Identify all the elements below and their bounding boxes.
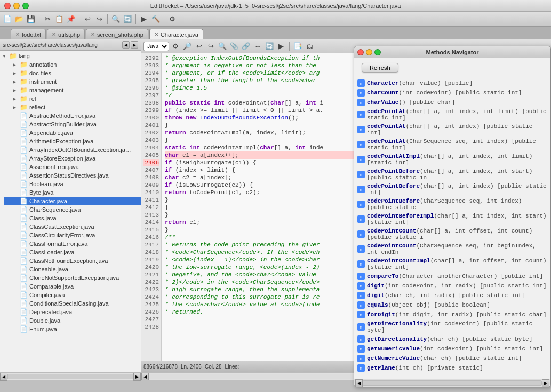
- methods-close-button[interactable]: [357, 49, 364, 55]
- method-item-codePointBefore-1[interactable]: m codePointBefore(char[] a, int index, i…: [354, 167, 550, 182]
- tab-close-character[interactable]: ✕: [154, 31, 158, 37]
- minimize-button[interactable]: [13, 3, 20, 9]
- methods-list[interactable]: m Character(char value) [public] m charC…: [354, 77, 550, 379]
- tab-close-todo[interactable]: ✕: [15, 31, 20, 37]
- tree-item-AbstractMethodError[interactable]: 📄 AbstractMethodError.java: [4, 111, 141, 120]
- method-item-codePointCount-1[interactable]: m codePointCount(char[] a, int offset, i…: [354, 227, 550, 242]
- editor-tool-10[interactable]: ▶: [276, 41, 286, 52]
- tree-item-AbstractStringBuilder[interactable]: 📄 AbstractStringBuilder.java: [4, 120, 141, 129]
- editor-tool-12[interactable]: 🗂: [304, 41, 315, 52]
- tree-item-ClassFormatError[interactable]: 📄 ClassFormatError.java: [4, 239, 141, 248]
- method-item-codePointBeforeImpl[interactable]: m codePointBeforeImpl(char[] a, int inde…: [354, 212, 550, 227]
- tree-scroll-left[interactable]: ◀: [0, 373, 7, 381]
- tab-close-utils[interactable]: ✕: [52, 31, 56, 37]
- tree-item-Appendable[interactable]: 📄 Appendable.java: [4, 129, 141, 137]
- tab-close-screenshots[interactable]: ✕: [91, 31, 95, 37]
- redo-icon[interactable]: ↪: [94, 14, 105, 25]
- tree-item-Boolean[interactable]: 📄 Boolean.java: [4, 180, 141, 188]
- tree-item-ConditionalSpecialCasing[interactable]: 📄 ConditionalSpecialCasing.java: [4, 299, 141, 308]
- editor-tool-7[interactable]: 🔗: [241, 41, 251, 52]
- build-icon[interactable]: 🔨: [150, 14, 161, 25]
- tree-item-AssertionError[interactable]: 📄 AssertionError.java: [4, 163, 141, 171]
- method-item-getNumericValue-2[interactable]: m getNumericValue(char ch) [public stati…: [354, 354, 550, 363]
- language-select[interactable]: Java: [143, 42, 169, 51]
- run-icon[interactable]: ▶: [139, 14, 149, 25]
- methods-window-controls[interactable]: [357, 49, 381, 55]
- tree-item-AssertionStatusDirectives[interactable]: 📄 AssertionStatusDirectives.java: [4, 171, 141, 180]
- tree-item-ArithmeticException[interactable]: 📄 ArithmeticException.java: [4, 137, 141, 146]
- method-item-codePointAt-3[interactable]: m codePointAt(CharSequence seq, int inde…: [354, 137, 550, 152]
- methods-scroll-right[interactable]: ▶: [542, 379, 549, 387]
- method-item-equals[interactable]: m equals(Object obj) [public boolean]: [354, 300, 550, 310]
- refresh-button[interactable]: Refresh: [362, 63, 398, 73]
- tree-item-ref[interactable]: ▶ 📁 ref: [4, 94, 141, 103]
- tree-item-instrument[interactable]: ▶ 📁 instrument: [4, 77, 141, 86]
- editor-tool-5[interactable]: 🔍: [217, 41, 228, 52]
- search-icon[interactable]: 🔍: [110, 14, 121, 25]
- tree-item-ArrayIndexOutOfBounds[interactable]: 📄 ArrayIndexOutOfBoundsException.ja…: [4, 146, 141, 154]
- editor-tool-6[interactable]: 📎: [229, 41, 239, 52]
- tree-item-Character[interactable]: 📄 Character.java: [4, 197, 141, 205]
- window-controls[interactable]: [4, 3, 29, 9]
- tree-item-annotation[interactable]: ▶ 📁 annotation: [4, 60, 141, 69]
- editor-tool-3[interactable]: ↩: [194, 41, 204, 52]
- method-item-codePointBefore-3[interactable]: m codePointBefore(CharSequence seq, int …: [354, 197, 550, 212]
- methods-scroll-left[interactable]: ◀: [355, 379, 363, 387]
- method-item-getNumericValue-1[interactable]: m getNumericValue(int codePoint) [public…: [354, 344, 550, 354]
- tab-todo[interactable]: ✕ todo.txt: [11, 29, 46, 39]
- save-icon[interactable]: 💾: [26, 14, 36, 25]
- tree-item-ClassLoader[interactable]: 📄 ClassLoader.java: [4, 248, 141, 257]
- path-scroll-left[interactable]: ◀: [122, 41, 130, 49]
- tab-character[interactable]: ✕ Character.java: [149, 29, 203, 39]
- method-item-Character[interactable]: m Character(char value) [public]: [354, 78, 550, 88]
- method-item-codePointBefore-2[interactable]: m codePointBefore(char[] a, int index) […: [354, 182, 550, 197]
- editor-tool-11[interactable]: 📑: [292, 41, 303, 52]
- method-item-getPlane[interactable]: m getPlane(int ch) [private static]: [354, 363, 550, 373]
- methods-maximize-button[interactable]: [374, 49, 381, 55]
- tree-item-Comparable[interactable]: 📄 Comparable.java: [4, 282, 141, 291]
- method-item-getDirectionality-1[interactable]: m getDirectionality(int codePoint) [publ…: [354, 319, 550, 334]
- tree-item-management[interactable]: ▶ 📁 management: [4, 86, 141, 94]
- tree-scroll-right[interactable]: ▶: [133, 373, 141, 381]
- tree-item-CharSequence[interactable]: 📄 CharSequence.java: [4, 205, 141, 214]
- editor-tool-8[interactable]: ↔: [252, 41, 263, 52]
- tree-item-Double[interactable]: 📄 Double.java: [4, 316, 141, 325]
- tree-item-Cloneable[interactable]: 📄 Cloneable.java: [4, 265, 141, 274]
- method-item-codePointAt-1[interactable]: m codePointAt(char[] a, int index, int l…: [354, 107, 550, 122]
- close-button[interactable]: [4, 3, 11, 9]
- editor-tool-4[interactable]: ↪: [205, 41, 216, 52]
- method-item-codePointCountImpl[interactable]: m codePointCountImpl(char[] a, int offse…: [354, 257, 550, 271]
- methods-minimize-button[interactable]: [366, 49, 372, 55]
- tree-item-Class[interactable]: 📄 Class.java: [4, 214, 141, 222]
- tree-item-lang[interactable]: ▼ 📁 lang: [0, 52, 141, 60]
- method-item-charValue[interactable]: m charValue() [public char]: [354, 98, 550, 107]
- open-icon[interactable]: 📂: [14, 14, 25, 25]
- tree-item-CloneNotSupportedException[interactable]: 📄 CloneNotSupportedException.java: [4, 274, 141, 282]
- tree-item-Byte[interactable]: 📄 Byte.java: [4, 188, 141, 197]
- editor-tool-1[interactable]: ⚙: [170, 41, 181, 52]
- editor-tool-9[interactable]: 🔄: [264, 41, 275, 52]
- tab-utils[interactable]: ✕ utils.php: [47, 29, 85, 39]
- undo-icon[interactable]: ↩: [82, 14, 93, 25]
- tree-item-Compiler[interactable]: 📄 Compiler.java: [4, 291, 141, 299]
- editor-scroll-left[interactable]: ◀: [141, 373, 149, 381]
- tree-item-Deprecated[interactable]: 📄 Deprecated.java: [4, 308, 141, 316]
- method-item-getDirectionality-2[interactable]: m getDirectionality(char ch) [public sta…: [354, 334, 550, 344]
- tree-item-ClassCastException[interactable]: 📄 ClassCastException.java: [4, 222, 141, 231]
- tree-item-ClassNotFoundException[interactable]: 📄 ClassNotFoundException.java: [4, 257, 141, 265]
- editor-tool-2[interactable]: 🔎: [182, 41, 193, 52]
- settings-icon[interactable]: ⚙: [167, 14, 178, 25]
- path-scroll-right[interactable]: ▶: [131, 41, 138, 49]
- copy-icon[interactable]: 📋: [54, 14, 65, 25]
- methods-hscrollbar[interactable]: [363, 380, 542, 386]
- method-item-digit-1[interactable]: m digit(int codePoint, int radix) [publi…: [354, 281, 550, 291]
- paste-icon[interactable]: 📌: [66, 14, 76, 25]
- tree-item-Enum[interactable]: 📄 Enum.java: [4, 325, 141, 333]
- tree-hscrollbar[interactable]: [7, 374, 133, 379]
- tree-item-doc-files[interactable]: ▶ 📁 doc-files: [4, 69, 141, 77]
- new-file-icon[interactable]: 📄: [2, 14, 13, 25]
- method-item-compareTo[interactable]: m compareTo(Character anotherCharacter) …: [354, 271, 550, 281]
- tree-item-ArrayStoreException[interactable]: 📄 ArrayStoreException.java: [4, 154, 141, 163]
- method-item-charCount[interactable]: m charCount(int codePoint) [public stati…: [354, 88, 550, 98]
- replace-icon[interactable]: 🔄: [122, 14, 133, 25]
